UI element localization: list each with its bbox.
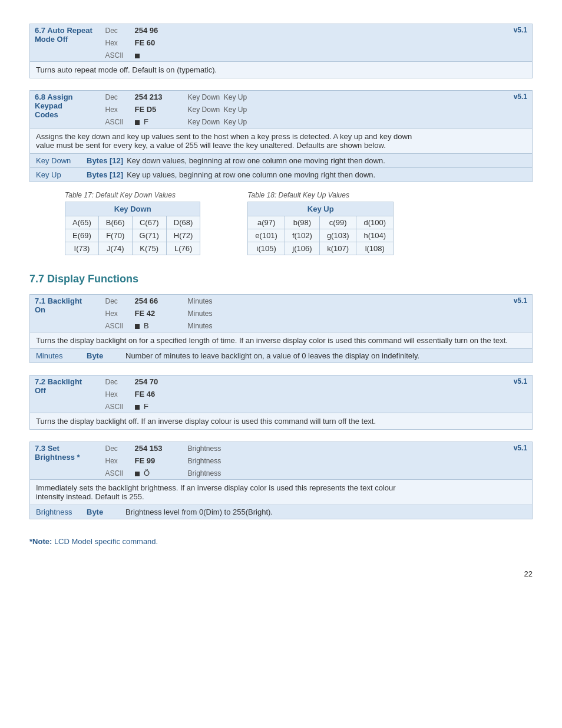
section-set-brightness: 7.3 Set Brightness * Dec 254 153 Brightn… xyxy=(29,442,533,519)
kd-r1c3: C(67) xyxy=(132,216,166,229)
backlight-off-hex-label: Hex xyxy=(105,390,118,398)
set-brightness-version: v5.1 xyxy=(409,442,533,455)
backlight-on-title-line1: 7.1 Backlight xyxy=(35,297,96,305)
assign-keypad-title-line2: Codes xyxy=(35,110,96,119)
ku-r1c4: d(100) xyxy=(356,216,394,229)
note-section: *Note: LCD Model specific command. xyxy=(29,537,533,546)
ku-r1c2: b(98) xyxy=(285,216,319,229)
backlight-off-ascii-f: F xyxy=(142,402,149,411)
auto-repeat-ascii-icon xyxy=(135,54,140,58)
auto-repeat-dec-value: 254 96 xyxy=(135,26,158,35)
set-brightness-hex-label: Hex xyxy=(105,457,118,465)
key-down-table-section: Table 17: Default Key Down Values Key Do… xyxy=(65,191,200,255)
set-brightness-dec-value: 254 153 xyxy=(135,444,163,453)
key-down-table: Key Down A(65) B(66) C(67) D(68) E(69) F… xyxy=(65,202,200,255)
set-brightness-title-line1: 7.3 Set xyxy=(35,444,96,453)
assign-keypad-dec-value: 254 213 xyxy=(135,93,163,101)
assign-keypad-hex-value: FE D5 xyxy=(135,105,157,114)
assign-keypad-ascii-extra: Key Down Key Up xyxy=(188,118,247,126)
backlight-off-ascii-icon xyxy=(135,405,140,410)
backlight-off-title-line2: Off xyxy=(35,386,96,395)
assign-keypad-description1: Assigns the key down and key up values s… xyxy=(36,132,412,141)
backlight-off-title-line1: 7.2 Backlight xyxy=(35,377,96,386)
section-auto-repeat: 6.7 Auto Repeat Mode Off Dec 254 96 v5.1… xyxy=(29,24,533,78)
assign-keypad-ascii-label: ASCII xyxy=(105,118,124,126)
kd-r1c2: B(66) xyxy=(98,216,132,229)
auto-repeat-dec-label: Dec xyxy=(105,27,118,35)
backlight-on-title-line2: On xyxy=(35,305,96,314)
assign-keypad-keydown-desc: Key down values, beginning at row one co… xyxy=(127,156,385,165)
key-down-table-caption: Table 17: Default Key Down Values xyxy=(65,191,200,199)
assign-keypad-keydown-name: Key Down xyxy=(36,156,83,165)
backlight-off-dec-value: 254 70 xyxy=(135,377,158,386)
ku-r2c4: h(104) xyxy=(356,229,394,242)
ku-r1c3: c(99) xyxy=(319,216,356,229)
set-brightness-hex-extra: Brightness xyxy=(188,457,222,465)
ku-r3c1: i(105) xyxy=(248,242,285,255)
note-text: LCD Model specific command. xyxy=(52,537,158,546)
backlight-on-dec-value: 254 66 xyxy=(135,297,158,305)
kd-r3c3: K(75) xyxy=(132,242,166,255)
set-brightness-ascii-label: ASCII xyxy=(105,469,124,477)
assign-keypad-description2: value must be sent for every key, a valu… xyxy=(36,141,386,150)
set-brightness-description1: Immediately sets the backlight brightnes… xyxy=(36,483,396,492)
section-backlight-off: 7.2 Backlight Off Dec 254 70 v5.1 Hex FE… xyxy=(29,375,533,430)
backlight-on-dec-extra: Minutes xyxy=(188,297,213,305)
assign-keypad-desc1: Assigns the key down and key up values s… xyxy=(29,129,533,154)
backlight-on-hex-value: FE 42 xyxy=(135,309,156,318)
backlight-off-command-table: 7.2 Backlight Off Dec 254 70 v5.1 Hex FE… xyxy=(29,375,533,413)
ku-r3c2: j(106) xyxy=(285,242,319,255)
assign-keypad-command-table: 6.8 Assign Keypad Codes Dec 254 213 Key … xyxy=(29,90,533,129)
kd-r1c1: A(65) xyxy=(65,216,99,229)
backlight-on-ascii-b: B xyxy=(142,321,149,330)
display-functions-heading: 7.7 Display Functions xyxy=(29,273,533,285)
set-brightness-hex-value: FE 99 xyxy=(135,456,156,465)
key-up-table: Key Up a(97) b(98) c(99) d(100) e(101) f… xyxy=(247,202,394,255)
set-brightness-dec-extra: Brightness xyxy=(188,444,222,453)
backlight-on-param-name: Minutes xyxy=(36,351,83,360)
assign-keypad-title-line1: 6.8 Assign Keypad xyxy=(35,93,96,110)
ku-r2c1: e(101) xyxy=(248,229,285,242)
set-brightness-param-desc: Brightness level from 0(Dim) to 255(Brig… xyxy=(125,508,273,516)
kd-r3c1: I(73) xyxy=(65,242,99,255)
kd-r1c4: D(68) xyxy=(166,216,200,229)
note-label: *Note: xyxy=(29,537,52,546)
auto-repeat-hex-label: Hex xyxy=(105,39,118,47)
backlight-on-description: Turns the display backlight on for a spe… xyxy=(29,332,533,349)
auto-repeat-command-table: 6.7 Auto Repeat Mode Off Dec 254 96 v5.1… xyxy=(29,24,533,62)
set-brightness-ascii-icon xyxy=(135,472,140,476)
backlight-on-dec-label: Dec xyxy=(105,297,118,305)
ku-r2c2: f(102) xyxy=(285,229,319,242)
backlight-on-param: Minutes Byte Number of minutes to leave … xyxy=(29,349,533,363)
kd-r3c2: J(74) xyxy=(98,242,132,255)
auto-repeat-title-line2: Mode Off xyxy=(35,35,96,44)
section-assign-keypad: 6.8 Assign Keypad Codes Dec 254 213 Key … xyxy=(29,90,533,255)
set-brightness-param: Brightness Byte Brightness level from 0(… xyxy=(29,505,533,519)
set-brightness-ascii-o: Ö xyxy=(142,469,150,477)
assign-keypad-keyup-type: Bytes [12] xyxy=(87,170,123,179)
set-brightness-command-table: 7.3 Set Brightness * Dec 254 153 Brightn… xyxy=(29,442,533,480)
backlight-off-dec-label: Dec xyxy=(105,378,118,386)
backlight-on-hex-label: Hex xyxy=(105,309,118,318)
key-down-header: Key Down xyxy=(65,202,200,216)
key-tables-row: Table 17: Default Key Down Values Key Do… xyxy=(65,191,497,255)
backlight-on-param-type: Byte xyxy=(87,351,122,360)
key-up-table-caption: Table 18: Default Key Up Values xyxy=(247,191,394,199)
assign-keypad-keyup-desc: Key up values, beginning at row one colu… xyxy=(127,170,375,179)
assign-keypad-ascii-f: F xyxy=(142,117,149,126)
set-brightness-ascii-extra: Brightness xyxy=(188,469,222,477)
kd-r2c3: G(71) xyxy=(132,229,166,242)
ku-r1c1: a(97) xyxy=(248,216,285,229)
backlight-off-ascii-label: ASCII xyxy=(105,403,124,411)
set-brightness-desc: Immediately sets the backlight brightnes… xyxy=(29,480,533,505)
set-brightness-description2: intensity instead. Default is 255. xyxy=(36,492,144,501)
set-brightness-param-name: Brightness xyxy=(36,508,83,516)
backlight-on-command-table: 7.1 Backlight On Dec 254 66 Minutes v5.1… xyxy=(29,294,533,332)
backlight-off-hex-value: FE 46 xyxy=(135,390,156,398)
backlight-off-version: v5.1 xyxy=(283,375,532,388)
ku-r3c4: l(108) xyxy=(356,242,394,255)
assign-keypad-keyup-name: Key Up xyxy=(36,170,83,179)
assign-keypad-version: v5.1 xyxy=(444,91,533,104)
auto-repeat-title-line1: 6.7 Auto Repeat xyxy=(35,26,96,35)
set-brightness-dec-label: Dec xyxy=(105,444,118,453)
